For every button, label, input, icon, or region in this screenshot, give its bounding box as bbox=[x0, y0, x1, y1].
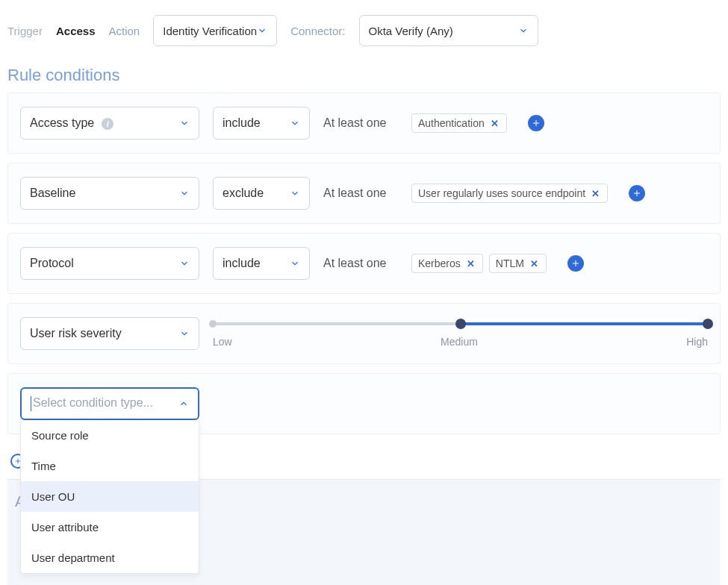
close-icon[interactable]: ✕ bbox=[465, 258, 476, 269]
chip-label: NTLM bbox=[496, 257, 524, 269]
operator-select[interactable]: include bbox=[213, 107, 310, 140]
add-button[interactable] bbox=[629, 185, 645, 201]
chip-label: Kerberos bbox=[418, 257, 461, 269]
condition-row: Protocol include At least one Kerberos ✕… bbox=[7, 233, 721, 294]
action-select[interactable]: Identity Verification bbox=[153, 15, 277, 46]
chip-label: User regularly uses source endpoint bbox=[418, 187, 585, 199]
chips-container: Authentication ✕ bbox=[411, 113, 507, 133]
condition-type-select[interactable]: Select condition type... bbox=[20, 387, 199, 420]
connector-select[interactable]: Okta Verify (Any) bbox=[359, 15, 538, 46]
placeholder-text: Select condition type... bbox=[33, 396, 153, 409]
chevron-down-icon bbox=[179, 258, 190, 269]
operator-select[interactable]: exclude bbox=[213, 177, 310, 210]
connector-label: Connector: bbox=[290, 25, 345, 37]
atleast-label: At least one bbox=[323, 116, 398, 130]
field-select[interactable]: Baseline bbox=[20, 177, 199, 210]
chip[interactable]: Kerberos ✕ bbox=[411, 254, 483, 273]
chevron-down-icon bbox=[290, 118, 300, 128]
chevron-down-icon bbox=[179, 118, 190, 128]
condition-row: Baseline exclude At least one User regul… bbox=[7, 163, 721, 224]
atleast-label: At least one bbox=[323, 257, 398, 270]
dropdown-option[interactable]: User attribute bbox=[21, 512, 199, 542]
field-label: Baseline bbox=[30, 187, 75, 200]
condition-type-dropdown: Source role Time User OU User attribute … bbox=[20, 420, 199, 574]
chevron-up-icon bbox=[178, 398, 189, 409]
field-label: Access type bbox=[30, 116, 94, 129]
chevron-down-icon bbox=[290, 188, 300, 198]
chip[interactable]: Authentication ✕ bbox=[411, 113, 507, 133]
dropdown-option[interactable]: Source role bbox=[21, 420, 199, 451]
trigger-value[interactable]: Access bbox=[56, 25, 96, 37]
dropdown-option[interactable]: Time bbox=[21, 451, 199, 481]
slider-handle-low[interactable] bbox=[209, 320, 217, 328]
close-icon[interactable]: ✕ bbox=[529, 258, 540, 269]
slider-label-low: Low bbox=[213, 336, 232, 348]
plus-icon bbox=[571, 259, 580, 268]
operator-label: include bbox=[223, 257, 261, 270]
severity-row: User risk severity Low Medium High bbox=[7, 303, 721, 364]
add-button[interactable] bbox=[567, 255, 584, 272]
rule-conditions-title: Rule conditions bbox=[7, 66, 721, 85]
operator-select[interactable]: include bbox=[213, 247, 310, 280]
operator-label: exclude bbox=[223, 187, 264, 200]
field-label: Protocol bbox=[30, 257, 74, 270]
plus-icon bbox=[632, 189, 641, 198]
close-icon[interactable]: ✕ bbox=[590, 188, 601, 199]
chevron-down-icon bbox=[518, 25, 529, 36]
slider-label-high: High bbox=[686, 336, 708, 348]
connector-value: Okta Verify (Any) bbox=[369, 25, 453, 37]
new-condition-row: Select condition type... Source role Tim… bbox=[7, 373, 721, 434]
top-bar: Trigger Access Action Identity Verificat… bbox=[7, 7, 721, 60]
plus-icon bbox=[532, 119, 541, 128]
chevron-down-icon bbox=[290, 258, 300, 269]
chip-label: Authentication bbox=[418, 117, 485, 129]
condition-row: Access type i include At least one Authe… bbox=[7, 93, 721, 154]
close-icon[interactable]: ✕ bbox=[489, 118, 500, 129]
dropdown-option[interactable]: User department bbox=[21, 542, 199, 573]
chip[interactable]: NTLM ✕ bbox=[489, 254, 547, 273]
chevron-down-icon bbox=[179, 328, 190, 339]
dropdown-option[interactable]: User OU bbox=[21, 481, 199, 512]
action-value: Identity Verification bbox=[163, 25, 257, 37]
slider-handle-medium[interactable] bbox=[455, 319, 466, 329]
chips-container: Kerberos ✕ NTLM ✕ bbox=[411, 254, 547, 273]
operator-label: include bbox=[223, 116, 261, 130]
field-label: User risk severity bbox=[30, 327, 122, 340]
add-button[interactable] bbox=[528, 115, 544, 131]
field-select[interactable]: Protocol bbox=[20, 247, 199, 280]
slider-label-medium: Medium bbox=[441, 336, 478, 348]
chevron-down-icon bbox=[179, 188, 190, 198]
trigger-label: Trigger bbox=[7, 25, 43, 37]
atleast-label: At least one bbox=[323, 187, 398, 200]
field-select[interactable]: User risk severity bbox=[20, 317, 199, 350]
slider-handle-high[interactable] bbox=[703, 319, 713, 329]
action-label: Action bbox=[109, 25, 140, 37]
info-icon[interactable]: i bbox=[102, 118, 113, 130]
chips-container: User regularly uses source endpoint ✕ bbox=[411, 184, 608, 203]
severity-slider[interactable]: Low Medium High bbox=[213, 319, 708, 348]
chevron-down-icon bbox=[257, 25, 267, 36]
chip[interactable]: User regularly uses source endpoint ✕ bbox=[411, 184, 608, 203]
field-select[interactable]: Access type i bbox=[20, 107, 199, 140]
